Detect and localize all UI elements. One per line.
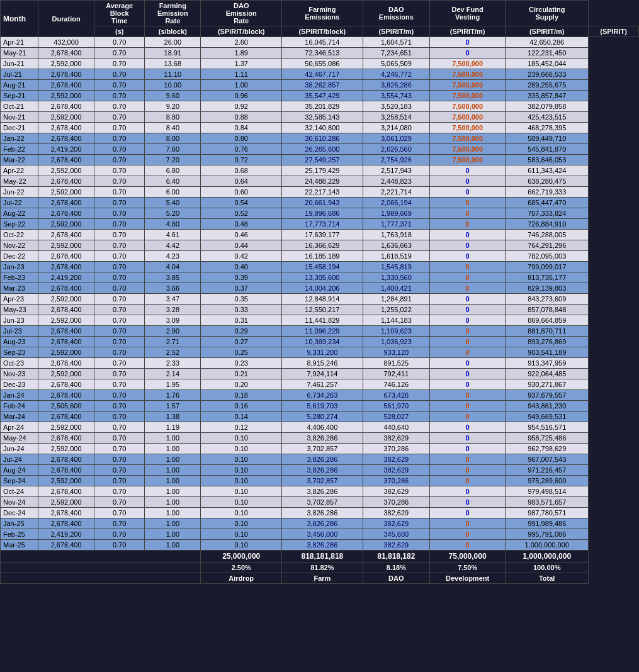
cell-dao-em: 2,066,194 — [363, 198, 429, 208]
cell-dev: 7,500,000 — [430, 59, 506, 69]
table-row: Aug-23 2,678,400 0.70 2.71 0.27 10,369,2… — [1, 337, 639, 347]
cell-circ: 185,452,044 — [506, 59, 589, 69]
cell-fer: 1.00 — [145, 433, 201, 444]
cell-dev: 0 — [430, 251, 506, 262]
cell-abt: 0.70 — [94, 497, 145, 508]
cell-dao-rate: 0.88 — [201, 112, 282, 123]
cell-fe: 25,179,429 — [282, 165, 363, 176]
cell-duration: 2,678,400 — [38, 305, 94, 315]
cell-dao-rate: 0.52 — [201, 208, 282, 219]
cell-month: Nov-23 — [1, 369, 38, 379]
cell-circ: 893,276,869 — [506, 337, 589, 347]
cell-dao-em: 7,234,651 — [363, 48, 429, 59]
footer-airdrop-pct: 2.50% — [201, 563, 282, 573]
cell-circ: 42,650,286 — [506, 37, 589, 48]
cell-dao-em: 1,284,891 — [363, 294, 429, 305]
cell-abt: 0.70 — [94, 518, 145, 529]
cell-dao-rate: 0.23 — [201, 358, 282, 369]
cell-fer: 13.68 — [145, 59, 201, 69]
header-row-2: (s) (s/block) (SPIRIT/block) (SPIRIT/blo… — [1, 26, 639, 37]
cell-dao-em: 3,258,514 — [363, 112, 429, 123]
cell-circ: 425,423,515 — [506, 112, 589, 123]
footer-dev-total: 75,000,000 — [430, 551, 506, 563]
cell-fer: 1.00 — [145, 476, 201, 486]
cell-abt: 0.70 — [94, 59, 145, 69]
cell-abt: 0.70 — [94, 347, 145, 358]
cell-fe: 50,655,086 — [282, 59, 363, 69]
cell-month: Apr-22 — [1, 165, 38, 176]
table-row: Feb-25 2,419,200 0.70 1.00 0.10 3,456,00… — [1, 529, 639, 540]
cell-dev: 0 — [430, 390, 506, 401]
header-circ: CirculatingSupply — [506, 1, 589, 26]
cell-dev: 0 — [430, 37, 506, 48]
cell-dao-em: 382,629 — [363, 454, 429, 465]
cell-fe: 10,369,234 — [282, 337, 363, 347]
cell-fer: 1.00 — [145, 518, 201, 529]
cell-circ: 1,000,000,000 — [506, 540, 589, 551]
cell-dao-rate: 0.76 — [201, 144, 282, 155]
footer-dev-label: Development — [430, 573, 506, 584]
table-row: Aug-24 2,678,400 0.70 1.00 0.10 3,826,28… — [1, 465, 639, 476]
cell-duration: 2,592,000 — [38, 444, 94, 454]
cell-fer: 1.00 — [145, 508, 201, 518]
cell-month: Jun-22 — [1, 187, 38, 198]
cell-fe: 35,547,429 — [282, 91, 363, 101]
cell-abt: 0.70 — [94, 476, 145, 486]
cell-circ: 857,078,848 — [506, 305, 589, 315]
footer-circ-pct: 100.00% — [506, 563, 589, 573]
cell-circ: 930,271,867 — [506, 379, 589, 390]
cell-fer: 9.60 — [145, 91, 201, 101]
table-row: Apr-24 2,592,000 0.70 1.19 0.12 4,406,40… — [1, 422, 639, 433]
cell-month: Aug-21 — [1, 80, 38, 91]
cell-dao-em: 528,027 — [363, 412, 429, 422]
cell-abt: 0.70 — [94, 540, 145, 551]
table-row: Jun-22 2,592,000 0.70 6.00 0.60 22,217,1… — [1, 187, 639, 198]
cell-month: Oct-24 — [1, 486, 38, 497]
cell-dev: 0 — [430, 165, 506, 176]
cell-month: Apr-21 — [1, 37, 38, 48]
cell-circ: 954,516,571 — [506, 422, 589, 433]
cell-abt: 0.70 — [94, 198, 145, 208]
cell-fe: 3,456,000 — [282, 529, 363, 540]
cell-abt: 0.70 — [94, 112, 145, 123]
cell-dao-rate: 0.10 — [201, 454, 282, 465]
cell-dao-em: 1,763,918 — [363, 230, 429, 240]
cell-fer: 1.19 — [145, 422, 201, 433]
cell-dao-em: 1,036,923 — [363, 337, 429, 347]
table-row: Jul-24 2,678,400 0.70 1.00 0.10 3,826,28… — [1, 454, 639, 465]
cell-month: Jan-25 — [1, 518, 38, 529]
cell-dev: 0 — [430, 240, 506, 251]
cell-duration: 2,678,400 — [38, 337, 94, 347]
cell-month: Mar-24 — [1, 412, 38, 422]
cell-dao-em: 382,629 — [363, 465, 429, 476]
cell-dao-rate: 0.84 — [201, 123, 282, 133]
footer-pcts: 2.50% 81.82% 8.18% 7.50% 100.00% — [1, 563, 639, 573]
cell-abt: 0.70 — [94, 326, 145, 337]
cell-month: Nov-21 — [1, 112, 38, 123]
cell-month: Jul-24 — [1, 454, 38, 465]
cell-dao-em: 2,517,943 — [363, 165, 429, 176]
footer-dao-pct: 8.18% — [363, 563, 429, 573]
cell-fer: 3.66 — [145, 283, 201, 294]
cell-circ: 122,231,450 — [506, 48, 589, 59]
cell-month: Aug-23 — [1, 337, 38, 347]
cell-duration: 2,678,400 — [38, 208, 94, 219]
cell-fe: 32,585,143 — [282, 112, 363, 123]
table-row: Mar-23 2,678,400 0.70 3.66 0.37 14,004,2… — [1, 283, 639, 294]
table-row: Jul-21 2,678,400 0.70 11.10 1.11 42,467,… — [1, 69, 639, 80]
table-row: Dec-21 2,678,400 0.70 8.40 0.84 32,140,8… — [1, 123, 639, 133]
cell-abt: 0.70 — [94, 390, 145, 401]
cell-circ: 971,216,457 — [506, 465, 589, 476]
cell-month: Jun-24 — [1, 444, 38, 454]
table-row: Oct-21 2,678,400 0.70 9.20 0.92 35,201,8… — [1, 101, 639, 112]
cell-circ: 746,288,005 — [506, 230, 589, 240]
cell-circ: 922,064,485 — [506, 369, 589, 379]
cell-fe: 12,550,217 — [282, 305, 363, 315]
cell-circ: 611,343,424 — [506, 165, 589, 176]
cell-circ: 545,841,870 — [506, 144, 589, 155]
footer-farm-pct: 81.82% — [282, 563, 363, 573]
cell-duration: 2,505,600 — [38, 401, 94, 412]
main-container: Month Duration AverageBlockTime FarmingE… — [0, 0, 639, 584]
cell-dev: 0 — [430, 422, 506, 433]
cell-circ: 799,099,017 — [506, 262, 589, 272]
